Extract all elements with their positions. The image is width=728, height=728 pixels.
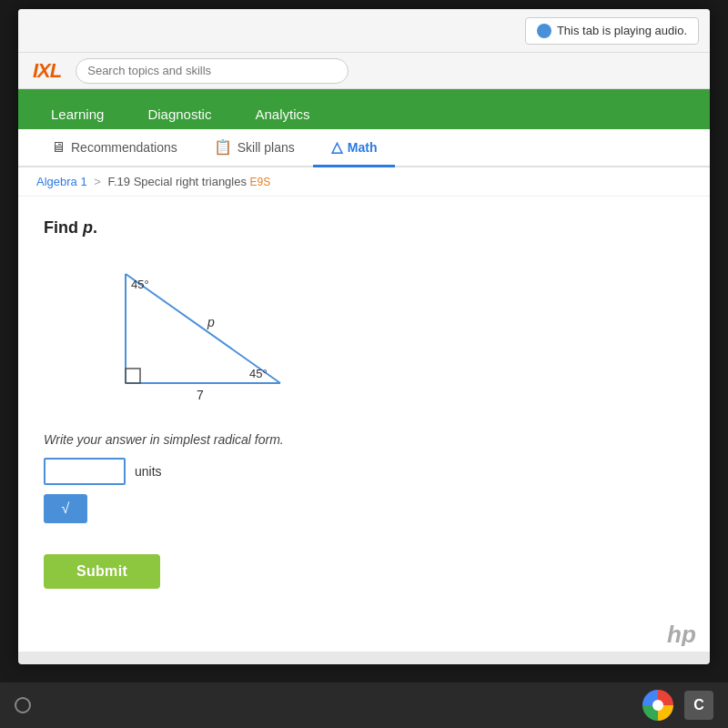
- hp-logo: hp: [664, 610, 710, 655]
- skillplans-icon: 📋: [214, 138, 232, 156]
- svg-text:45°: 45°: [131, 278, 149, 291]
- subtab-math[interactable]: △ Math: [313, 129, 396, 167]
- audio-notification: This tab is playing audio.: [525, 17, 699, 45]
- math-icon: △: [331, 138, 342, 156]
- tab-diagnostic[interactable]: Diagnostic: [129, 99, 229, 129]
- search-input[interactable]: [76, 58, 349, 84]
- tab-learning[interactable]: Learning: [33, 99, 122, 129]
- breadcrumb: Algebra 1 > F.19 Special right triangles…: [18, 167, 710, 197]
- answer-input[interactable]: [44, 458, 126, 485]
- sub-tabs: 🖥 Recommendations 📋 Skill plans △ Math: [18, 129, 710, 167]
- hp-logo-svg: hp: [667, 619, 707, 646]
- svg-text:p: p: [207, 315, 215, 329]
- answer-section: Write your answer in simplest radical fo…: [44, 432, 684, 589]
- triangle-diagram: 45° 45° p 7: [71, 256, 308, 410]
- problem-title: Find p.: [44, 218, 684, 238]
- ixl-logo: IXL: [33, 59, 61, 83]
- radical-button[interactable]: √: [44, 494, 87, 523]
- submit-button[interactable]: Submit: [44, 554, 160, 589]
- logo-bar: IXL: [18, 53, 710, 89]
- breadcrumb-skill: F.19 Special right triangles: [108, 175, 247, 188]
- audio-text: This tab is playing audio.: [557, 24, 687, 37]
- svg-text:hp: hp: [667, 621, 696, 646]
- subtab-skillplans[interactable]: 📋 Skill plans: [196, 129, 313, 167]
- breadcrumb-course[interactable]: Algebra 1: [36, 175, 87, 188]
- svg-text:7: 7: [197, 388, 204, 402]
- breadcrumb-code: E9S: [250, 176, 271, 188]
- subtab-recommendations[interactable]: 🖥 Recommendations: [33, 129, 196, 167]
- tab-analytics[interactable]: Analytics: [237, 99, 328, 129]
- svg-text:45°: 45°: [249, 367, 268, 380]
- taskbar-c-button[interactable]: C: [684, 691, 713, 720]
- answer-row: units: [44, 458, 684, 485]
- audio-icon: [537, 24, 551, 38]
- taskbar-circle: [15, 697, 31, 713]
- recommendations-icon: 🖥: [51, 139, 66, 156]
- breadcrumb-separator: >: [94, 175, 101, 188]
- units-label: units: [135, 464, 162, 479]
- top-bar: This tab is playing audio.: [18, 9, 710, 53]
- svg-rect-3: [126, 369, 140, 383]
- radical-instruction: Write your answer in simplest radical fo…: [44, 432, 684, 447]
- main-content: Find p. 45° 45° p 7 Write: [18, 197, 710, 652]
- nav-tabs: Learning Diagnostic Analytics: [18, 89, 710, 129]
- chrome-icon[interactable]: [642, 690, 673, 721]
- triangle-container: 45° 45° p 7: [71, 256, 684, 414]
- taskbar: C: [0, 682, 728, 728]
